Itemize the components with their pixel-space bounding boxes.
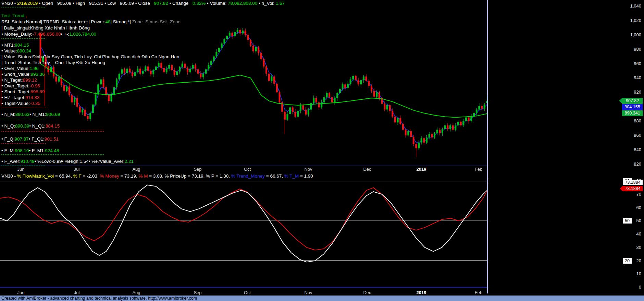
annotation-line: | Value_Status:Đinh Gia Suy Giam, Tich L… xyxy=(1,54,179,59)
dashed-separator xyxy=(1,38,45,39)
candle-body xyxy=(394,117,396,122)
cursor-vertical-line xyxy=(487,0,488,293)
candle-body xyxy=(389,105,391,111)
text-segment: • xyxy=(14,1,17,6)
candle-body xyxy=(89,113,91,119)
month-label: Nov xyxy=(304,167,312,172)
candle-body xyxy=(426,137,428,143)
text-segment: • Short_Value: xyxy=(1,72,31,77)
candle-body xyxy=(323,97,325,103)
candle-body xyxy=(202,74,204,77)
candle-body xyxy=(384,104,385,110)
candle-body xyxy=(155,67,157,70)
candle-body xyxy=(247,35,249,40)
candle-body xyxy=(132,72,133,76)
candle-body xyxy=(189,69,191,72)
fast-ma-line xyxy=(40,32,487,143)
candle-body xyxy=(200,74,201,77)
candle-body xyxy=(444,125,446,129)
text-segment: • Short_Taget: xyxy=(1,89,30,94)
candle-body xyxy=(405,130,407,135)
text-segment: • F_Q1: xyxy=(29,136,45,142)
text-segment: , xyxy=(26,13,27,18)
text-segment: 898.89 xyxy=(30,89,45,94)
candle-body xyxy=(368,81,370,86)
candle-body xyxy=(147,67,149,71)
annotation-line: | Daily_singal:Không Xác Nhân Hành Đông xyxy=(1,25,90,31)
candle-body xyxy=(376,92,377,97)
text-segment: • Change= xyxy=(168,1,193,6)
candle-body xyxy=(84,110,86,116)
candle-body xyxy=(71,95,73,103)
slow-ma-line xyxy=(40,64,487,118)
text-segment: 48 xyxy=(106,19,111,24)
annotation-line: • Short_Value:893.36 xyxy=(1,72,45,77)
candle-body xyxy=(399,118,401,124)
price-axis-label: 820 xyxy=(621,161,641,167)
candle-body xyxy=(160,63,162,68)
text-segment: • F_Aver: xyxy=(1,159,21,164)
candle-body xyxy=(271,76,272,81)
tag-arrow-icon xyxy=(619,98,622,104)
text-segment: • N_Q1: xyxy=(29,123,46,129)
annotation-line: • Taget-Value:-0.35 xyxy=(1,101,40,106)
month-label: 2019 xyxy=(417,290,426,295)
text-segment: 904.15 xyxy=(15,43,29,48)
text-segment: -7,496,656.00 xyxy=(32,32,61,37)
candle-body xyxy=(315,98,317,103)
candle-body xyxy=(145,67,146,71)
price-axis-label: 1,020 xyxy=(621,18,641,23)
candle-body xyxy=(347,84,349,88)
candle-body xyxy=(350,80,351,84)
text-segment: • F_Q: xyxy=(1,136,14,142)
candle-body xyxy=(415,144,417,148)
text-segment: 890.63 xyxy=(15,112,29,117)
candle-body xyxy=(392,111,393,117)
price-axis-label: 960 xyxy=(621,61,641,66)
candle-body xyxy=(276,84,278,92)
candle-body xyxy=(119,74,120,80)
candle-body xyxy=(234,32,236,36)
text-segment: • N_Q: xyxy=(1,123,15,129)
candle-body xyxy=(76,98,78,107)
candle-body xyxy=(126,69,128,73)
level-marker-line xyxy=(45,62,45,106)
candle-body xyxy=(268,74,270,81)
text-segment: • F_M: xyxy=(1,148,15,153)
candle-body xyxy=(121,69,123,74)
candle-body xyxy=(260,53,262,59)
candle-body xyxy=(300,105,301,111)
candle-body xyxy=(150,71,152,74)
candle-body xyxy=(455,125,456,130)
flow-white-line xyxy=(0,185,487,262)
text-segment: 907.87 xyxy=(14,136,28,142)
price-axis-label: 920 xyxy=(621,89,641,95)
text-segment: • F_M1: xyxy=(29,148,45,153)
candle-body xyxy=(69,87,70,95)
candle-body xyxy=(410,131,412,137)
amibroker-window: VN30 • 2/19/2019 • Open= 905.09 • High= … xyxy=(0,0,644,301)
candle-body xyxy=(470,117,472,121)
candle-body xyxy=(237,30,238,32)
text-segment: • n_Vol: xyxy=(257,1,276,6)
candle-body xyxy=(258,47,259,53)
dashed-separator xyxy=(1,107,48,107)
candle-body xyxy=(431,134,433,137)
month-label: Aug xyxy=(132,167,140,172)
candle-body xyxy=(239,30,241,33)
chart-canvas[interactable] xyxy=(0,0,644,301)
candle-body xyxy=(402,124,404,130)
candle-body xyxy=(103,80,104,87)
candle-body xyxy=(174,70,175,75)
candle-body xyxy=(476,110,478,113)
candle-body xyxy=(371,86,372,91)
candle-body xyxy=(294,112,296,117)
annotation-line: • H7_Taget:914.83 xyxy=(1,95,39,100)
candle-body xyxy=(187,68,188,72)
candle-body xyxy=(218,48,220,52)
candle-body xyxy=(197,69,199,74)
text-segment: 1.96 xyxy=(30,66,39,71)
text-segment: 901.51 xyxy=(45,136,59,142)
candle-body xyxy=(447,125,448,129)
month-label: Oct xyxy=(244,167,251,172)
